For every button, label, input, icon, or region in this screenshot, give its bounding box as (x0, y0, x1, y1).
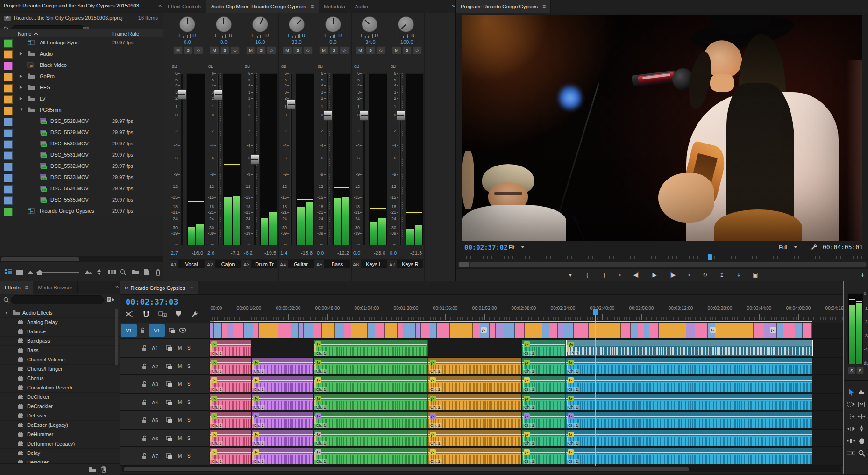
track-name[interactable]: Cajon (215, 260, 241, 268)
item-label[interactable]: DSC_5533.MOV (50, 174, 89, 180)
tab-audio-clip-mixer-ricardo-griego-gypsies[interactable]: Audio Clip Mixer: Ricardo Griego Gypsies… (206, 0, 319, 13)
audio-clip[interactable]: fxCh. 1 (314, 430, 428, 446)
track-mute-button[interactable]: M (178, 400, 182, 405)
sync-lock-icon[interactable] (169, 328, 175, 333)
project-item-row[interactable]: DSC_5529.MOV29.97 fps (0, 127, 163, 139)
video-clip-segment[interactable] (233, 323, 244, 338)
tab-effect-controls[interactable]: Effect Controls (163, 0, 206, 13)
delete-icon[interactable] (100, 466, 107, 473)
pan-value[interactable]: -100.0 (388, 39, 424, 45)
item-label[interactable]: DSC_5530.MOV (50, 141, 89, 146)
pan-value[interactable]: 0.0 (206, 39, 242, 45)
pan-knob[interactable] (362, 16, 377, 32)
audio-clip[interactable]: fxCh. 1 (314, 412, 428, 428)
effect-item-row[interactable]: Chorus/Flanger (0, 364, 120, 374)
audio-clip[interactable]: fxCh. 1 (428, 430, 521, 446)
project-item-row[interactable]: DSC_5531.MOV29.97 fps (0, 150, 163, 161)
video-clip-segment[interactable] (515, 323, 525, 338)
audio-clip[interactable]: fxCh. 1 (252, 358, 313, 374)
panel-menu-icon[interactable]: ≡ (190, 285, 193, 291)
volume-rubber-band[interactable] (566, 452, 812, 453)
video-clip-segment[interactable] (715, 323, 754, 338)
track-solo-button[interactable]: S (187, 453, 191, 459)
audio-clip[interactable]: fxCh. 1 (522, 340, 566, 356)
track-id-label[interactable]: A3 (152, 381, 158, 387)
fader-value[interactable]: 1.4 (280, 250, 287, 256)
label-color-chip[interactable] (4, 140, 13, 149)
fader-value[interactable]: 0.0 (353, 250, 360, 256)
pan-knob[interactable] (398, 16, 414, 32)
audio-clip[interactable]: fxCh. 1 (428, 412, 521, 428)
item-label[interactable]: DSC_5532.MOV (50, 163, 89, 169)
track-mute-button[interactable]: M (178, 453, 182, 459)
video-clip-segment[interactable] (403, 323, 415, 338)
volume-rubber-band[interactable] (428, 452, 521, 453)
effects-filter-icon[interactable] (107, 296, 115, 303)
audio-clip[interactable]: fxCh. 1 (252, 412, 313, 428)
track-solo-button[interactable]: S (187, 417, 191, 423)
volume-rubber-band[interactable] (314, 380, 427, 381)
audio-clip[interactable]: fxCh. 1 (210, 358, 251, 374)
volume-rubber-band[interactable] (314, 452, 427, 453)
fader-handle[interactable] (250, 154, 259, 165)
sync-lock-icon[interactable] (166, 345, 172, 351)
volume-rubber-band[interactable] (566, 362, 812, 363)
item-label[interactable]: PG85mm (40, 107, 61, 113)
track-solo-button[interactable]: S (187, 436, 191, 441)
project-item-row[interactable]: DSC_5532.MOV29.97 fps (0, 161, 163, 173)
video-clip-segment[interactable] (351, 323, 368, 338)
project-item-row[interactable]: ▼PG85mm (0, 105, 163, 116)
add-marker-icon[interactable] (176, 310, 181, 317)
track-select-forward-tool[interactable] (847, 401, 855, 408)
project-item-row[interactable]: DSC_5528.MOV29.97 fps (0, 116, 163, 128)
video-clip-segment[interactable] (375, 323, 385, 338)
track-solo-button[interactable]: S (187, 400, 191, 405)
label-color-chip[interactable] (4, 62, 13, 70)
video-clip-segment[interactable] (416, 323, 421, 338)
video-clip-segment[interactable] (549, 323, 558, 338)
program-scrollbar[interactable] (458, 262, 867, 267)
label-color-chip[interactable] (4, 50, 13, 59)
video-clip-segment[interactable] (430, 323, 437, 338)
track-mute-button[interactable]: M (178, 381, 182, 387)
audio-clip[interactable]: fxCh. 1 (566, 448, 812, 464)
razor-tool[interactable] (858, 389, 865, 396)
project-item-row[interactable]: ▶GoPro (0, 71, 163, 83)
track-id-label[interactable]: A6 (152, 436, 158, 441)
source-v1-button[interactable]: V1 (121, 324, 137, 337)
video-clip-segment[interactable] (631, 323, 638, 338)
selection-tool[interactable] (847, 389, 855, 396)
fader-value[interactable]: 2.6 (207, 250, 214, 256)
label-color-chip[interactable] (4, 151, 13, 160)
effect-item-row[interactable]: DeHummer (0, 430, 120, 439)
project-item-row[interactable]: ▶Audio (0, 49, 163, 60)
video-clip-segment[interactable] (754, 323, 764, 338)
item-label[interactable]: Ricardo Griego Gypsies (40, 208, 94, 214)
twirl-open-icon[interactable]: ▼ (5, 311, 8, 315)
audio-clip[interactable]: fxCh. 1 (522, 430, 566, 446)
sync-lock-icon[interactable] (166, 400, 172, 405)
keyframe-button[interactable]: ◇ (194, 46, 203, 54)
volume-rubber-band[interactable] (428, 398, 521, 399)
export-frame-button[interactable]: ▣ (749, 271, 761, 279)
video-clip-segment[interactable] (278, 323, 291, 338)
twirl-closed-icon[interactable]: ▶ (20, 51, 22, 56)
playhead-handle[interactable] (593, 309, 598, 315)
label-color-chip[interactable] (4, 73, 13, 81)
video-clip-segment[interactable] (222, 323, 227, 338)
solo-left-button[interactable]: S (848, 367, 855, 374)
video-clip-segment[interactable] (490, 323, 496, 338)
solo-button[interactable]: S (329, 46, 339, 54)
volume-rubber-band[interactable] (252, 398, 313, 399)
video-clip-segment[interactable] (504, 323, 515, 338)
project-item-row[interactable]: DSC_5533.MOV29.97 fps (0, 172, 163, 184)
step-back-button[interactable]: ◀▏ (632, 271, 644, 279)
tab-audio[interactable]: Audio (350, 0, 373, 13)
video-clip-segment[interactable] (783, 323, 795, 338)
audio-clip[interactable]: fxCh. 1 (428, 376, 521, 392)
video-clip-segment[interactable] (525, 323, 542, 338)
volume-rubber-band[interactable] (252, 380, 313, 381)
v1-clip-strip[interactable] (210, 323, 812, 338)
audio-clip[interactable]: fxCh. 1 (522, 394, 566, 410)
program-playhead[interactable] (708, 254, 712, 260)
